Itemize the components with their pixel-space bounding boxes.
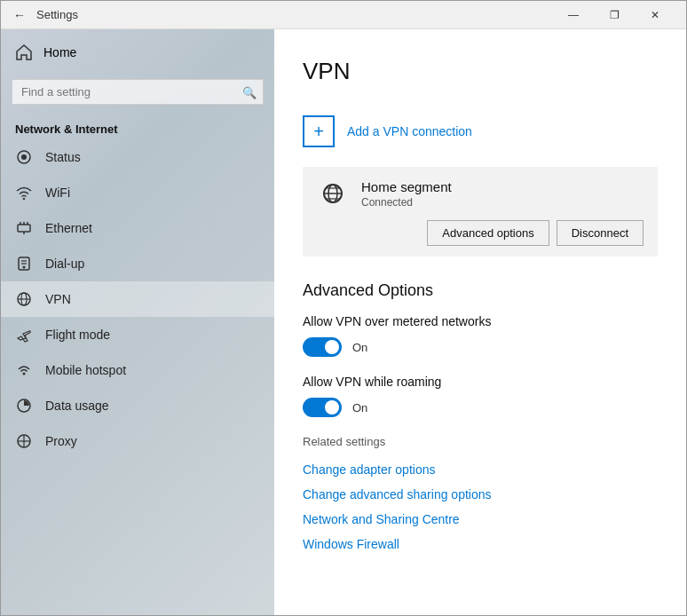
hotspot-label: Mobile hotspot	[45, 363, 126, 377]
related-link-3[interactable]: Windows Firewall	[303, 532, 658, 557]
minimize-button[interactable]: —	[553, 1, 594, 29]
sidebar-item-wifi[interactable]: WiFi	[1, 175, 274, 210]
flightmode-label: Flight mode	[45, 328, 110, 342]
sidebar: Home 🔍 Network & Internet Status	[1, 29, 274, 615]
dialup-icon	[15, 255, 33, 272]
status-icon	[15, 148, 33, 166]
ethernet-label: Ethernet	[45, 221, 92, 235]
svg-point-9	[23, 266, 26, 269]
vpn-label: VPN	[45, 292, 71, 306]
search-box: 🔍	[12, 79, 264, 105]
option1-toggle-row: On	[303, 337, 658, 357]
home-label: Home	[43, 45, 76, 59]
datausage-label: Data usage	[45, 399, 109, 413]
proxy-label: Proxy	[45, 434, 77, 448]
option2-toggle-text: On	[352, 401, 367, 415]
related-link-2[interactable]: Network and Sharing Centre	[303, 507, 658, 532]
page-title: VPN	[303, 58, 658, 85]
content-area: VPN + Add a VPN connection Hom	[274, 29, 686, 615]
advanced-options-button[interactable]: Advanced options	[427, 220, 549, 246]
close-button[interactable]: ✕	[635, 1, 675, 29]
dialup-label: Dial-up	[45, 257, 84, 271]
option2-toggle[interactable]	[303, 398, 342, 417]
vpn-icon	[15, 290, 33, 308]
svg-point-1	[21, 154, 27, 160]
vpn-item-info: Home segment Connected	[361, 179, 452, 209]
sidebar-item-dialup[interactable]: Dial-up	[1, 246, 274, 281]
flightmode-icon	[15, 326, 33, 344]
related-link-1[interactable]: Change advanced sharing options	[303, 482, 658, 507]
option1-toggle-text: On	[352, 341, 367, 354]
svg-rect-3	[18, 225, 30, 232]
option2-label: Allow VPN while roaming	[303, 375, 658, 389]
svg-point-15	[23, 373, 26, 375]
svg-point-2	[23, 198, 25, 200]
option2-toggle-row: On	[303, 398, 658, 417]
sidebar-item-proxy[interactable]: Proxy	[1, 423, 274, 459]
maximize-button[interactable]: ❐	[594, 1, 635, 29]
disconnect-button[interactable]: Disconnect	[557, 220, 644, 246]
vpn-connection-item: Home segment Connected Advanced options …	[303, 167, 658, 257]
hotspot-icon	[15, 361, 33, 379]
wifi-label: WiFi	[45, 186, 70, 200]
sidebar-item-ethernet[interactable]: Ethernet	[1, 210, 274, 246]
home-icon	[15, 43, 33, 61]
wifi-icon	[15, 184, 33, 201]
add-vpn-label: Add a VPN connection	[347, 124, 472, 138]
sidebar-item-flightmode[interactable]: Flight mode	[1, 317, 274, 352]
back-button[interactable]: ←	[12, 7, 28, 23]
vpn-actions: Advanced options Disconnect	[317, 220, 644, 246]
option1-label: Allow VPN over metered networks	[303, 314, 658, 328]
option1-toggle[interactable]	[303, 337, 342, 357]
vpn-item-header: Home segment Connected	[317, 178, 644, 209]
related-settings-title: Related settings	[303, 435, 658, 448]
window-controls: — ❐ ✕	[553, 1, 675, 29]
ethernet-icon	[15, 219, 33, 237]
sidebar-item-datausage[interactable]: Data usage	[1, 388, 274, 423]
vpn-connection-icon	[317, 178, 349, 209]
status-label: Status	[45, 150, 81, 164]
advanced-section-title: Advanced Options	[303, 281, 658, 300]
add-icon: +	[303, 115, 335, 147]
related-link-0[interactable]: Change adapter options	[303, 457, 658, 482]
vpn-connection-name: Home segment	[361, 179, 452, 194]
search-icon: 🔍	[242, 85, 257, 99]
sidebar-item-vpn[interactable]: VPN	[1, 281, 274, 317]
sidebar-item-home[interactable]: Home	[1, 29, 274, 75]
search-input[interactable]	[12, 79, 264, 105]
sidebar-item-hotspot[interactable]: Mobile hotspot	[1, 352, 274, 388]
sidebar-category: Network & Internet	[1, 115, 274, 139]
window-title: Settings	[36, 8, 553, 21]
add-vpn-button[interactable]: + Add a VPN connection	[303, 107, 658, 156]
titlebar: ← Settings — ❐ ✕	[1, 1, 686, 29]
datausage-icon	[15, 397, 33, 415]
vpn-connection-status: Connected	[361, 196, 452, 209]
sidebar-item-status[interactable]: Status	[1, 139, 274, 175]
proxy-icon	[15, 432, 33, 450]
main-container: Home 🔍 Network & Internet Status	[1, 29, 686, 615]
